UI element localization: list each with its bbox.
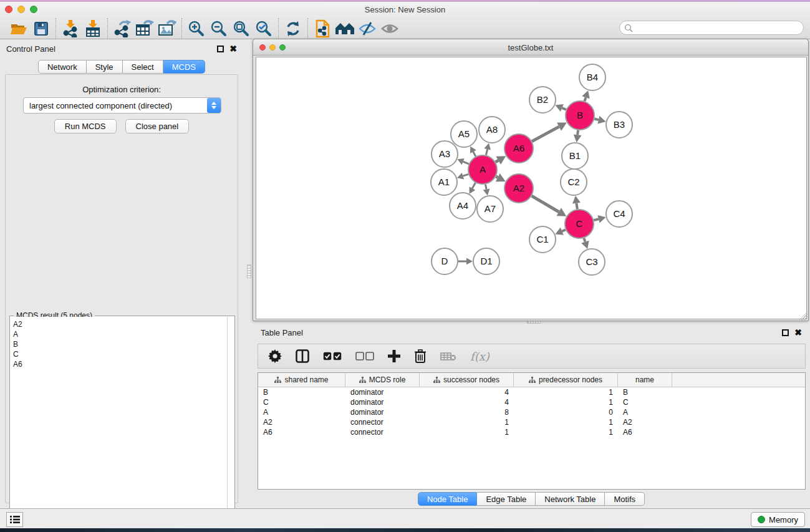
table-row[interactable]: Bdominator41B (258, 387, 805, 397)
zoom-in-icon[interactable] (185, 18, 208, 39)
cell-successor-nodes[interactable]: 4 (420, 388, 514, 397)
search-box[interactable] (619, 21, 804, 35)
refresh-view-icon[interactable] (282, 18, 304, 39)
graph-edge-C-C1[interactable] (562, 230, 566, 231)
save-session-icon[interactable] (30, 18, 52, 39)
graph-edge-A-A4[interactable] (472, 183, 475, 188)
criterion-dropdown[interactable]: largest connected component (directed) (23, 97, 221, 114)
graph-edge-A-A1[interactable] (463, 174, 468, 176)
column-header-MCDS-role[interactable]: MCDS role (345, 373, 420, 387)
network-file-icon[interactable] (311, 18, 334, 39)
graph-edge-A-A2[interactable] (496, 177, 498, 178)
table-row[interactable]: A6connector11A6 (258, 427, 805, 437)
import-network-icon[interactable] (59, 18, 82, 39)
cell-name[interactable]: C (618, 398, 672, 407)
cell-name[interactable]: A2 (618, 418, 672, 427)
home-icon[interactable] (334, 18, 356, 39)
mcds-result-list[interactable]: A2ABCA6 (11, 317, 227, 531)
cell-shared-name[interactable]: C (258, 398, 345, 407)
tab-style[interactable]: Style (87, 60, 123, 74)
show-details-icon[interactable] (378, 18, 401, 39)
close-panel-button[interactable]: Close panel (125, 119, 190, 133)
column-visibility-icon[interactable] (296, 347, 309, 365)
column-header-predecessor-nodes[interactable]: predecessor nodes (514, 373, 618, 387)
close-table-panel-icon[interactable]: ✖ (794, 329, 802, 336)
graph-edge-A-A6[interactable] (496, 160, 499, 162)
cell-predecessor-nodes[interactable]: 1 (514, 428, 618, 437)
cell-successor-nodes[interactable]: 1 (420, 418, 514, 427)
table-tab-network-table[interactable]: Network Table (536, 492, 605, 506)
hide-details-icon[interactable] (356, 18, 378, 39)
run-mcds-button[interactable]: Run MCDS (54, 119, 117, 133)
cell-shared-name[interactable]: A6 (258, 428, 345, 437)
tab-network[interactable]: Network (38, 60, 87, 74)
network-canvas[interactable]: B4B2BB3A5A8A6A3B1AA1C2A2A4A7C4CC1DD1C3 (256, 57, 807, 319)
column-header-successor-nodes[interactable]: successor nodes (420, 373, 514, 387)
mcds-result-item[interactable]: A6 (13, 359, 227, 369)
export-table-icon[interactable] (133, 18, 156, 39)
table-row[interactable]: Cdominator41C (258, 397, 805, 407)
select-all-icon[interactable] (323, 347, 342, 365)
task-history-button[interactable] (6, 512, 23, 527)
deselect-all-icon[interactable] (355, 347, 374, 365)
close-panel-icon[interactable]: ✖ (229, 46, 237, 52)
graph-edge-A-A7[interactable] (485, 185, 486, 190)
graph-edge-B-B3[interactable] (594, 119, 599, 120)
graph-edge-B-B1[interactable] (577, 130, 578, 135)
cell-MCDS-role[interactable]: dominator (345, 398, 420, 407)
cell-MCDS-role[interactable]: connector (345, 418, 420, 427)
cell-MCDS-role[interactable]: dominator (345, 408, 420, 417)
table-tab-motifs[interactable]: Motifs (605, 492, 645, 506)
float-panel-icon[interactable] (217, 46, 224, 52)
cell-shared-name[interactable]: A2 (258, 418, 345, 427)
cell-predecessor-nodes[interactable]: 0 (514, 408, 618, 417)
cell-shared-name[interactable]: B (258, 388, 345, 397)
graph-edge-A-A3[interactable] (463, 162, 469, 164)
export-image-icon[interactable] (156, 18, 178, 39)
mcds-result-item[interactable]: B (13, 339, 227, 349)
cell-shared-name[interactable]: A (258, 408, 345, 417)
float-table-panel-icon[interactable] (782, 329, 789, 336)
cell-name[interactable]: A (618, 408, 672, 417)
graph-edge-A2-C[interactable] (532, 196, 559, 212)
zoom-fit-icon[interactable] (230, 18, 253, 39)
delete-column-trash-icon[interactable] (414, 347, 427, 365)
network-window-titlebar[interactable]: testGlobe.txt (253, 39, 808, 56)
cell-successor-nodes[interactable]: 8 (420, 408, 514, 417)
tab-select[interactable]: Select (123, 60, 163, 74)
table-row[interactable]: Adominator80A (258, 407, 805, 417)
cell-name[interactable]: B (618, 388, 672, 397)
graph-edge-C-C3[interactable] (584, 238, 585, 242)
mcds-result-item[interactable]: C (13, 349, 227, 359)
mcds-result-scrollbar[interactable] (227, 317, 234, 531)
zoom-out-icon[interactable] (208, 18, 230, 39)
cell-MCDS-role[interactable]: dominator (345, 388, 420, 397)
memory-button[interactable]: Memory (751, 512, 805, 527)
zoom-selected-icon[interactable] (253, 18, 275, 39)
tab-mcds[interactable]: MCDS (163, 60, 205, 74)
graph-edge-A-A8[interactable] (486, 149, 487, 155)
export-network-icon[interactable] (111, 18, 133, 39)
cell-MCDS-role[interactable]: connector (345, 428, 420, 437)
graph-edge-C-C2[interactable] (577, 203, 577, 210)
cell-predecessor-nodes[interactable]: 1 (514, 388, 618, 397)
node-table[interactable]: shared nameMCDS rolesuccessor nodesprede… (258, 372, 806, 490)
mcds-result-item[interactable]: A (13, 329, 227, 339)
cell-successor-nodes[interactable]: 4 (420, 398, 514, 407)
column-header-name[interactable]: name (618, 373, 672, 387)
open-session-icon[interactable] (7, 18, 30, 39)
add-column-icon[interactable] (388, 347, 400, 365)
column-header-shared-name[interactable]: shared name (258, 373, 345, 387)
table-tab-edge-table[interactable]: Edge Table (477, 492, 536, 506)
settings-gear-icon[interactable] (268, 347, 282, 365)
table-row[interactable]: A2connector11A2 (258, 417, 805, 427)
graph-edge-C-C4[interactable] (594, 219, 599, 220)
graph-edge-B-B2[interactable] (562, 108, 566, 110)
cell-predecessor-nodes[interactable]: 1 (514, 418, 618, 427)
graph-edge-A-A5[interactable] (473, 152, 476, 156)
graph-edge-A6-B[interactable] (532, 127, 559, 142)
mcds-result-item[interactable]: A2 (13, 319, 227, 329)
table-tab-node-table[interactable]: Node Table (418, 492, 478, 506)
cell-successor-nodes[interactable]: 1 (420, 428, 514, 437)
cell-name[interactable]: A6 (618, 428, 672, 437)
